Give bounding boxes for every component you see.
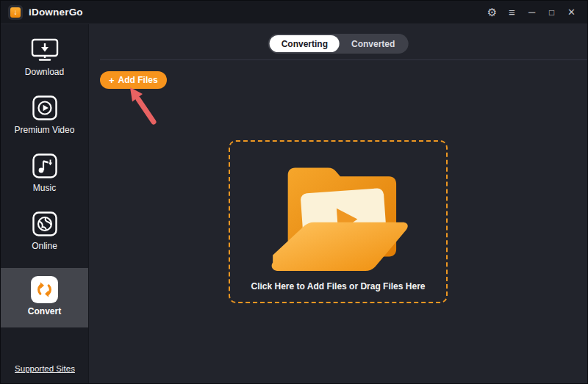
globe-icon bbox=[32, 211, 57, 236]
plus-icon: + bbox=[109, 76, 115, 85]
sidebar-item-convert[interactable]: Convert bbox=[1, 268, 88, 327]
add-files-label: Add Files bbox=[118, 75, 158, 85]
sidebar-item-label: Music bbox=[33, 183, 56, 193]
minimize-button[interactable]: ─ bbox=[522, 3, 542, 22]
settings-gear-icon[interactable]: ⚙ bbox=[482, 3, 502, 22]
menu-icon[interactable]: ≡ bbox=[502, 3, 522, 22]
tab-converting[interactable]: Converting bbox=[270, 35, 340, 52]
download-monitor-icon bbox=[31, 37, 59, 62]
download-arrow-icon: ↓ bbox=[10, 7, 21, 18]
sidebar-item-label: Online bbox=[32, 241, 57, 251]
add-files-button[interactable]: + Add Files bbox=[100, 71, 167, 89]
annotation-arrow-icon bbox=[115, 83, 160, 128]
sidebar-item-label: Download bbox=[25, 67, 64, 77]
titlebar-controls: ⚙ ≡ ─ □ ✕ bbox=[482, 3, 581, 22]
sidebar-footer: Supported Sites bbox=[1, 361, 89, 374]
titlebar: ↓ iDownerGo ⚙ ≡ ─ □ ✕ bbox=[1, 1, 587, 24]
sidebar-item-download[interactable]: Download bbox=[1, 36, 88, 94]
supported-sites-link[interactable]: Supported Sites bbox=[15, 364, 75, 373]
toolbar-divider bbox=[100, 59, 587, 60]
open-folder-video-icon bbox=[262, 153, 414, 274]
sidebar-item-label: Convert bbox=[28, 306, 61, 316]
music-note-download-icon bbox=[32, 153, 57, 178]
converter-tab-switch: Converting Converted bbox=[268, 34, 409, 54]
tab-converted[interactable]: Converted bbox=[340, 35, 406, 52]
maximize-button[interactable]: □ bbox=[542, 3, 562, 22]
app-title: iDownerGo bbox=[29, 7, 83, 18]
close-button[interactable]: ✕ bbox=[562, 3, 581, 22]
sidebar: Download Premium Video bbox=[1, 24, 89, 383]
play-video-icon bbox=[32, 95, 57, 120]
sidebar-item-label: Premium Video bbox=[15, 125, 75, 135]
app-window: ↓ iDownerGo ⚙ ≡ ─ □ ✕ Download bbox=[0, 0, 588, 384]
sidebar-item-premium-video[interactable]: Premium Video bbox=[1, 94, 88, 152]
dropzone-caption: Click Here to Add Files or Drag Files He… bbox=[251, 281, 426, 291]
main-content: Converting Converted + Add Files bbox=[89, 24, 587, 383]
app-logo-icon: ↓ bbox=[8, 5, 23, 20]
sidebar-item-music[interactable]: Music bbox=[1, 152, 88, 210]
convert-refresh-icon bbox=[31, 277, 58, 302]
sidebar-item-online[interactable]: Online bbox=[1, 210, 88, 268]
dropzone[interactable]: Click Here to Add Files or Drag Files He… bbox=[229, 140, 448, 303]
